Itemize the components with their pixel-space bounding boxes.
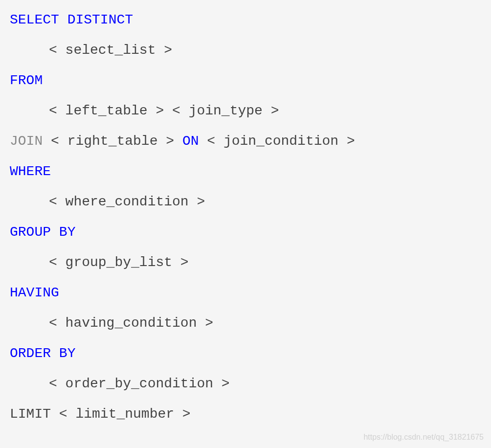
sql-keyword: SELECT (10, 12, 59, 27)
code-line: < having_condition > (10, 313, 481, 334)
watermark-text: https://blog.csdn.net/qq_31821675 (363, 431, 484, 443)
sql-keyword: BY (59, 224, 76, 240)
sql-placeholder: < where_condition > (49, 194, 205, 209)
code-line: < group_by_list > (10, 252, 481, 273)
sql-syntax-block: SELECT DISTINCT< select_list >FROM< left… (10, 10, 481, 425)
sql-keyword: ON (182, 134, 199, 149)
sql-placeholder: < left_table > < join_type > (49, 103, 279, 118)
code-line: FROM (10, 70, 481, 91)
sql-placeholder (51, 224, 59, 240)
sql-keyword: BY (59, 346, 76, 361)
sql-placeholder: < order_by_condition > (49, 376, 230, 391)
sql-placeholder: < group_by_list > (49, 255, 189, 270)
sql-placeholder: < join_condition > (199, 134, 355, 149)
sql-join-keyword: JOIN (10, 134, 43, 149)
code-line: WHERE (10, 161, 481, 182)
sql-placeholder (59, 12, 67, 27)
code-line: < where_condition > (10, 192, 481, 212)
sql-keyword: DISTINCT (67, 12, 133, 27)
code-line: ORDER BY (10, 343, 481, 364)
code-line: HAVING (10, 283, 481, 303)
sql-placeholder: LIMIT < limit_number > (10, 406, 191, 422)
code-line: < select_list > (10, 40, 481, 61)
code-line: LIMIT < limit_number > (10, 404, 481, 425)
code-line: GROUP BY (10, 222, 481, 243)
sql-keyword: WHERE (10, 164, 51, 179)
sql-placeholder (51, 346, 59, 361)
code-line: < order_by_condition > (10, 374, 481, 394)
sql-keyword: FROM (10, 73, 43, 88)
sql-keyword: HAVING (10, 285, 59, 300)
code-line: JOIN < right_table > ON < join_condition… (10, 131, 481, 152)
code-line: < left_table > < join_type > (10, 101, 481, 121)
sql-placeholder: < right_table > (43, 134, 182, 149)
sql-keyword: ORDER (10, 346, 51, 361)
sql-placeholder: < having_condition > (49, 315, 213, 331)
sql-keyword: GROUP (10, 224, 51, 240)
code-line: SELECT DISTINCT (10, 10, 481, 30)
sql-placeholder: < select_list > (49, 43, 172, 58)
